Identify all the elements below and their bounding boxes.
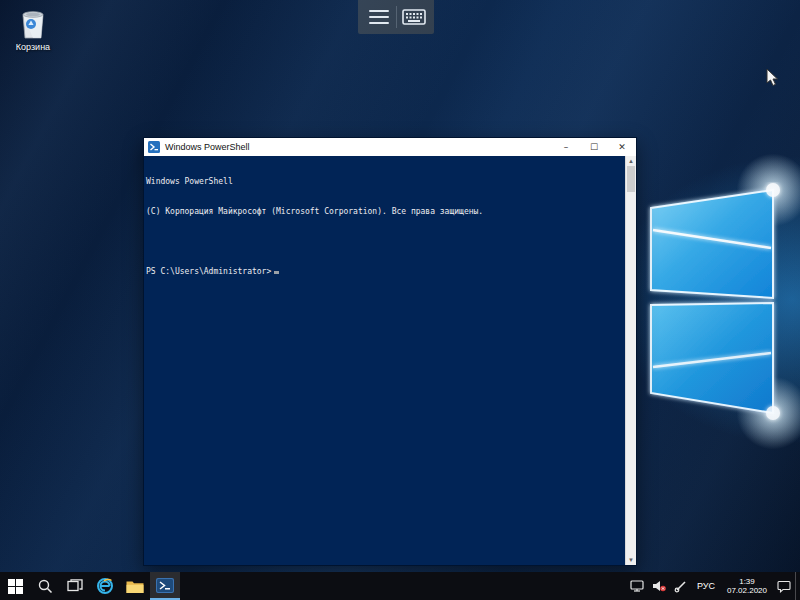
- task-view-button[interactable]: [60, 572, 90, 600]
- search-icon: [38, 579, 53, 594]
- minimize-button[interactable]: –: [552, 138, 580, 156]
- scrollbar-down-icon[interactable]: ▼: [626, 555, 636, 565]
- console-output[interactable]: Windows PowerShell (C) Корпорация Майкро…: [144, 156, 625, 565]
- volume-tray-button[interactable]: [648, 572, 670, 600]
- toolbar-divider: [396, 6, 397, 28]
- powershell-icon: [156, 578, 174, 593]
- window-titlebar[interactable]: Windows PowerShell – ☐ ✕: [144, 138, 636, 156]
- language-indicator[interactable]: РУС: [691, 572, 721, 600]
- vm-console-toolbar: [358, 0, 434, 34]
- file-explorer-icon: [126, 579, 144, 594]
- console-scrollbar[interactable]: ▲ ▼: [625, 156, 636, 565]
- maximize-button[interactable]: ☐: [580, 138, 608, 156]
- start-button[interactable]: [0, 572, 30, 600]
- show-desktop-button[interactable]: [795, 572, 800, 600]
- keyboard-icon: [402, 9, 426, 25]
- console-caret: [274, 271, 279, 274]
- task-view-icon: [67, 579, 83, 593]
- action-center-icon: [777, 580, 791, 593]
- search-button[interactable]: [30, 572, 60, 600]
- powershell-taskbar-button[interactable]: [150, 572, 180, 600]
- powershell-titlebar-icon: [148, 141, 160, 153]
- internet-explorer-button[interactable]: [90, 572, 120, 600]
- start-icon: [8, 579, 23, 594]
- taskbar-spacer: [180, 572, 626, 600]
- recycle-bin-glyph: [18, 8, 48, 40]
- powershell-window: Windows PowerShell – ☐ ✕ Windows PowerSh…: [143, 137, 637, 566]
- console-line: (C) Корпорация Майкрософт (Microsoft Cor…: [146, 207, 625, 217]
- clock-time: 1:39: [727, 577, 767, 586]
- scrollbar-up-icon[interactable]: ▲: [626, 156, 636, 166]
- windows-logo-wallpaper: [640, 182, 800, 427]
- pen-tray-button[interactable]: [670, 572, 691, 600]
- console-prompt: PS C:\Users\Administrator>: [146, 267, 271, 276]
- network-icon: [630, 580, 644, 592]
- console-area: Windows PowerShell (C) Корпорация Майкро…: [144, 156, 636, 565]
- recycle-bin-icon[interactable]: Корзина: [4, 8, 62, 52]
- action-center-button[interactable]: [773, 572, 795, 600]
- volume-muted-icon: [652, 580, 666, 592]
- window-controls: – ☐ ✕: [552, 138, 636, 156]
- network-tray-button[interactable]: [626, 572, 648, 600]
- file-explorer-button[interactable]: [120, 572, 150, 600]
- keyboard-button[interactable]: [397, 2, 431, 32]
- pen-icon: [674, 580, 687, 593]
- console-line: [146, 237, 625, 247]
- clock[interactable]: 1:39 07.02.2020: [721, 572, 773, 600]
- recycle-bin-label: Корзина: [4, 42, 62, 52]
- hamburger-icon: [369, 6, 389, 28]
- console-prompt-line: PS C:\Users\Administrator>: [146, 267, 625, 277]
- console-line: Windows PowerShell: [146, 177, 625, 187]
- scrollbar-thumb[interactable]: [627, 166, 635, 192]
- menu-button[interactable]: [362, 2, 396, 32]
- system-tray: РУС 1:39 07.02.2020: [626, 572, 800, 600]
- window-title: Windows PowerShell: [165, 142, 552, 152]
- close-button[interactable]: ✕: [608, 138, 636, 156]
- taskbar: РУС 1:39 07.02.2020: [0, 572, 800, 600]
- clock-date: 07.02.2020: [727, 586, 767, 595]
- internet-explorer-icon: [96, 577, 114, 595]
